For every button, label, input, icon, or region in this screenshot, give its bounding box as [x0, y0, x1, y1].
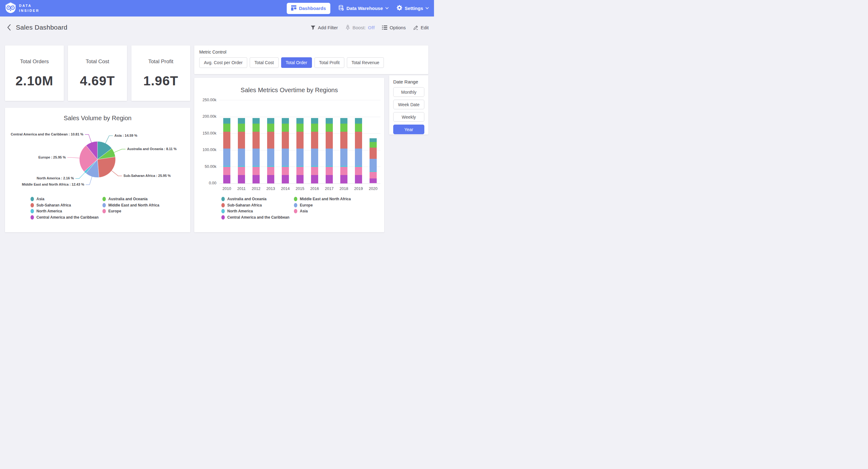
bar-segment-2020-middle-east-and-north-africa[interactable]: [370, 142, 377, 148]
bar-segment-2015-europe[interactable]: [297, 149, 304, 166]
bar-segment-2018-australia-and-oceania[interactable]: [340, 118, 348, 124]
bar-segment-2015-central-america-and-the-caribbean[interactable]: [297, 175, 304, 183]
legend-item-australia-and-oceania[interactable]: Australia and Oceania: [102, 197, 148, 201]
legend-item-sub-saharan-africa[interactable]: Sub-Saharan Africa: [31, 203, 71, 207]
bar-segment-2019-central-america-and-the-caribbean[interactable]: [355, 175, 362, 183]
bar-segment-2016-north-america[interactable]: [311, 166, 318, 167]
bar-segment-2019-australia-and-oceania[interactable]: [355, 118, 362, 124]
legend-item-sub-saharan-africa[interactable]: Sub-Saharan Africa: [221, 203, 262, 207]
bar-segment-2015-asia[interactable]: [297, 167, 304, 175]
edit-button[interactable]: Edit: [413, 25, 429, 30]
bar-segment-2012-middle-east-and-north-africa[interactable]: [252, 124, 260, 132]
date-range-option-weekly[interactable]: Weekly: [393, 112, 424, 122]
legend-item-australia-and-oceania[interactable]: Australia and Oceania: [221, 197, 267, 201]
bar-segment-2013-asia[interactable]: [267, 167, 275, 175]
bar-segment-2015-australia-and-oceania[interactable]: [297, 118, 304, 124]
bar-segment-2016-europe[interactable]: [311, 149, 318, 166]
bar-segment-2016-sub-saharan-africa[interactable]: [311, 132, 318, 149]
nav-dashboards-button[interactable]: Dashboards: [287, 3, 330, 14]
legend-item-middle-east-and-north-africa[interactable]: Middle East and North Africa: [294, 197, 351, 201]
bar-segment-2019-middle-east-and-north-africa[interactable]: [355, 124, 362, 132]
bar-segment-2010-europe[interactable]: [223, 149, 231, 166]
bar-segment-2015-sub-saharan-africa[interactable]: [297, 132, 304, 149]
bar-segment-2013-north-america[interactable]: [267, 166, 275, 167]
bar-segment-2014-europe[interactable]: [282, 149, 289, 166]
date-range-option-week-date[interactable]: Week Date: [393, 100, 424, 109]
legend-item-asia[interactable]: Asia: [31, 197, 44, 201]
bar-segment-2014-sub-saharan-africa[interactable]: [282, 132, 289, 149]
legend-item-europe[interactable]: Europe: [294, 203, 313, 207]
bar-segment-2020-europe[interactable]: [370, 159, 377, 171]
metric-option-total-revenue[interactable]: Total Revenue: [347, 57, 384, 68]
bar-segment-2016-australia-and-oceania[interactable]: [311, 118, 318, 124]
bar-segment-2014-central-america-and-the-caribbean[interactable]: [282, 175, 289, 183]
pie-chart[interactable]: [5, 108, 190, 232]
bar-segment-2013-europe[interactable]: [267, 149, 275, 166]
bar-segment-2016-central-america-and-the-caribbean[interactable]: [311, 175, 318, 183]
add-filter-button[interactable]: Add Filter: [310, 25, 338, 30]
bar-segment-2012-australia-and-oceania[interactable]: [252, 118, 260, 124]
metric-option-total-order[interactable]: Total Order: [281, 57, 312, 68]
bar-segment-2014-north-america[interactable]: [282, 166, 289, 167]
bar-segment-2010-central-america-and-the-caribbean[interactable]: [223, 175, 231, 183]
bar-segment-2018-middle-east-and-north-africa[interactable]: [340, 124, 348, 132]
date-range-option-monthly[interactable]: Monthly: [393, 87, 424, 97]
brand-logo[interactable]: DATA INSIDER: [5, 2, 39, 14]
bar-segment-2010-north-america[interactable]: [223, 166, 231, 167]
bar-segment-2017-australia-and-oceania[interactable]: [326, 118, 333, 124]
boost-toggle[interactable]: Boost: Off: [345, 25, 375, 30]
bar-segment-2017-north-america[interactable]: [326, 166, 333, 167]
bar-segment-2019-europe[interactable]: [355, 149, 362, 166]
legend-item-north-america[interactable]: North America: [221, 209, 253, 213]
bar-segment-2010-australia-and-oceania[interactable]: [223, 118, 231, 124]
legend-item-asia[interactable]: Asia: [294, 209, 308, 213]
bar-segment-2017-sub-saharan-africa[interactable]: [326, 132, 333, 149]
bar-segment-2015-north-america[interactable]: [297, 166, 304, 167]
options-button[interactable]: Options: [382, 25, 406, 30]
bar-segment-2011-middle-east-and-north-africa[interactable]: [238, 124, 245, 132]
metric-option-total-cost[interactable]: Total Cost: [250, 57, 278, 68]
bar-segment-2018-central-america-and-the-caribbean[interactable]: [340, 175, 348, 183]
bar-segment-2012-europe[interactable]: [252, 149, 260, 166]
bar-segment-2012-sub-saharan-africa[interactable]: [252, 132, 260, 149]
bar-segment-2013-australia-and-oceania[interactable]: [267, 118, 275, 124]
bar-segment-2019-north-america[interactable]: [355, 166, 362, 167]
bar-segment-2020-central-america-and-the-caribbean[interactable]: [370, 178, 377, 183]
bar-segment-2011-central-america-and-the-caribbean[interactable]: [238, 175, 245, 183]
bar-segment-2014-asia[interactable]: [282, 167, 289, 175]
bar-segment-2020-north-america[interactable]: [370, 171, 377, 172]
metric-option-total-profit[interactable]: Total Profit: [314, 57, 344, 68]
bar-segment-2014-australia-and-oceania[interactable]: [282, 118, 289, 124]
nav-data-warehouse[interactable]: Data Warehouse: [338, 5, 389, 12]
bar-segment-2018-asia[interactable]: [340, 167, 348, 175]
bar-segment-2017-middle-east-and-north-africa[interactable]: [326, 124, 333, 132]
bar-segment-2012-north-america[interactable]: [252, 166, 260, 167]
legend-item-middle-east-and-north-africa[interactable]: Middle East and North Africa: [102, 203, 159, 207]
bar-segment-2010-asia[interactable]: [223, 167, 231, 175]
bar-segment-2020-asia[interactable]: [370, 172, 377, 178]
pie-slice-sub-saharan-africa[interactable]: [97, 157, 116, 177]
bar-segment-2013-middle-east-and-north-africa[interactable]: [267, 124, 275, 132]
bar-segment-2017-central-america-and-the-caribbean[interactable]: [326, 175, 333, 183]
bar-segment-2017-europe[interactable]: [326, 149, 333, 166]
nav-settings[interactable]: Settings: [397, 5, 429, 11]
bar-segment-2012-asia[interactable]: [252, 167, 260, 175]
bar-segment-2013-sub-saharan-africa[interactable]: [267, 132, 275, 149]
bar-segment-2019-sub-saharan-africa[interactable]: [355, 132, 362, 149]
metric-option-avg-cost-per-order[interactable]: Avg. Cost per Order: [199, 57, 247, 68]
bar-segment-2018-europe[interactable]: [340, 149, 348, 166]
legend-item-north-america[interactable]: North America: [31, 209, 62, 213]
bar-segment-2016-middle-east-and-north-africa[interactable]: [311, 124, 318, 132]
bar-segment-2011-australia-and-oceania[interactable]: [238, 118, 245, 124]
bar-segment-2011-north-america[interactable]: [238, 166, 245, 167]
legend-item-central-america-and-the-caribbean[interactable]: Central America and the Caribbean: [221, 215, 289, 219]
bar-segment-2010-sub-saharan-africa[interactable]: [223, 132, 231, 149]
bar-segment-2013-central-america-and-the-caribbean[interactable]: [267, 175, 275, 183]
bar-segment-2015-middle-east-and-north-africa[interactable]: [297, 124, 304, 132]
bar-segment-2011-sub-saharan-africa[interactable]: [238, 132, 245, 149]
bar-segment-2010-middle-east-and-north-africa[interactable]: [223, 124, 231, 132]
bar-segment-2018-north-america[interactable]: [340, 166, 348, 167]
bar-segment-2016-asia[interactable]: [311, 167, 318, 175]
bar-segment-2020-australia-and-oceania[interactable]: [370, 138, 377, 142]
bar-segment-2017-asia[interactable]: [326, 167, 333, 175]
